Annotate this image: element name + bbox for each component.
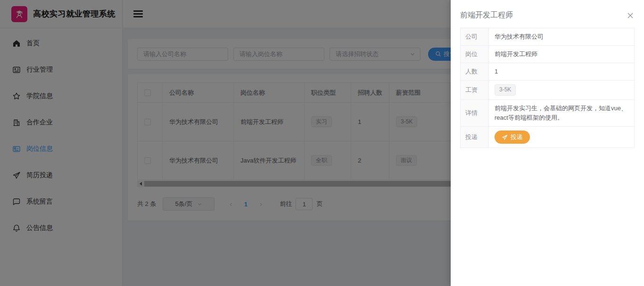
- apply-button[interactable]: 投递: [495, 131, 530, 144]
- detail-row-detail: 详情 前端开发实习生，会基础的网页开发，知道vue、react等前端框架的使用。: [461, 100, 635, 127]
- detail-label-apply: 投递: [461, 127, 489, 148]
- detail-label-detail: 详情: [461, 100, 489, 127]
- detail-value-detail: 前端开发实习生，会基础的网页开发，知道vue、react等前端框架的使用。: [489, 100, 635, 127]
- detail-row-company: 公司 华为技术有限公司: [461, 28, 635, 46]
- drawer-header: 前端开发工程师: [451, 0, 644, 28]
- apply-button-label: 投递: [511, 133, 523, 141]
- detail-value-job: 前端开发工程师: [489, 46, 635, 63]
- detail-row-apply: 投递 投递: [461, 127, 635, 148]
- job-detail-drawer: 前端开发工程师 公司 华为技术有限公司 岗位 前端开发工程师 人数 1 工资 3…: [451, 0, 644, 286]
- detail-label-company: 公司: [461, 28, 489, 46]
- job-detail-table: 公司 华为技术有限公司 岗位 前端开发工程师 人数 1 工资 3-5K 详情 前…: [460, 28, 635, 148]
- detail-label-count: 人数: [461, 63, 489, 81]
- close-icon[interactable]: [626, 11, 635, 20]
- detail-row-job: 岗位 前端开发工程师: [461, 46, 635, 63]
- detail-value-count: 1: [489, 63, 635, 81]
- detail-label-job: 岗位: [461, 46, 489, 63]
- detail-row-salary: 工资 3-5K: [461, 81, 635, 100]
- detail-row-count: 人数 1: [461, 63, 635, 81]
- detail-label-salary: 工资: [461, 81, 489, 100]
- paper-plane-icon: [502, 134, 508, 140]
- detail-value-company: 华为技术有限公司: [489, 28, 635, 46]
- salary-tag: 3-5K: [495, 84, 516, 96]
- drawer-title: 前端开发工程师: [460, 10, 513, 20]
